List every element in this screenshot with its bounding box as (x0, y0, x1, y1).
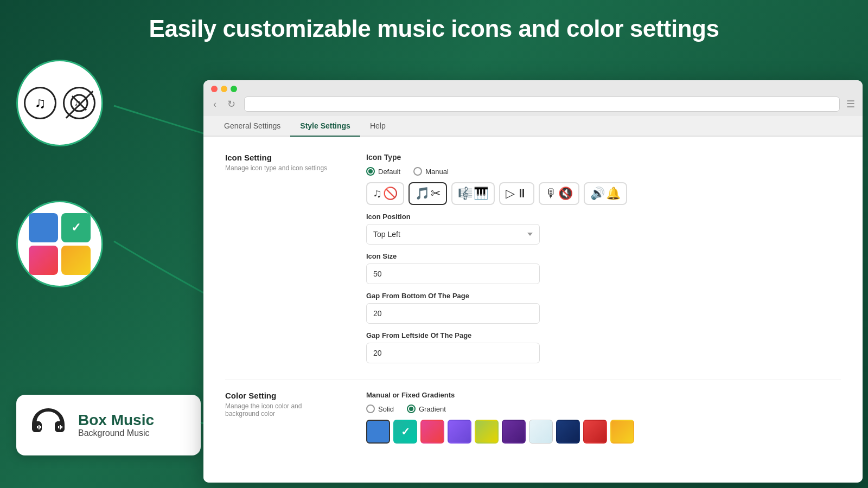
browser-toolbar: ‹ ↻ ☰ (211, 97, 855, 112)
swatch-blue (29, 213, 58, 242)
icon-set-5-muted: 🔇 (558, 187, 573, 201)
icon-setting-description: Manage icon type and icon settings (225, 164, 334, 172)
icon-sets: ♫ 🚫 🎵 ✂ 🎼 🎹 ▷ (366, 182, 841, 205)
color-btn-pink[interactable] (420, 420, 444, 444)
color-btn-dark-purple[interactable] (502, 420, 526, 444)
browser-content: Icon Setting Manage icon type and icon s… (203, 137, 863, 483)
radio-btn-gradient (407, 404, 416, 413)
browser-window: ‹ ↻ ☰ General Settings Style Settings He… (203, 80, 863, 483)
headphones-svg (29, 406, 67, 438)
swatch-yellow (61, 246, 91, 275)
music-icons-pair: ♫ ♫ (24, 87, 95, 119)
box-music-card: Box Music Background Music (16, 395, 201, 455)
color-btn-light[interactable] (529, 420, 553, 444)
icon-set-1-no: 🚫 (383, 187, 398, 201)
tab-style-settings[interactable]: Style Settings (290, 116, 360, 137)
color-btn-red[interactable] (583, 420, 607, 444)
tab-general-settings[interactable]: General Settings (214, 116, 290, 137)
browser-tabs: General Settings Style Settings Help (203, 116, 863, 137)
color-swatch-circle: ✓ (16, 201, 103, 287)
dot-red[interactable] (211, 86, 218, 92)
color-setting-section: Color Setting Manage the icon color and … (225, 391, 841, 444)
main-title: Easily customizable music icons and colo… (0, 15, 868, 42)
color-swatches-row: ✓ (366, 420, 841, 444)
menu-icon[interactable]: ☰ (846, 98, 855, 110)
icon-set-4[interactable]: ▷ ⏸ (499, 182, 534, 205)
gap-bottom-input[interactable] (366, 303, 540, 324)
color-btn-dark-blue[interactable] (556, 420, 580, 444)
gap-left-field-label: Gap From Leftside Of The Page (366, 331, 841, 339)
icon-set-4-play: ▷ (506, 187, 515, 201)
icon-set-6-mute: 🔔 (606, 187, 621, 201)
music-note-icon: ♫ (24, 87, 56, 119)
gradient-label: Manual or Fixed Gradients (366, 391, 841, 399)
radio-gradient-label: Gradient (419, 405, 446, 413)
icon-setting-section: Icon Setting Manage icon type and icon s… (225, 153, 841, 363)
radio-btn-solid (366, 404, 375, 413)
radio-default-label: Default (378, 168, 400, 176)
swatch-teal: ✓ (61, 213, 91, 242)
box-music-text: Box Music Background Music (78, 412, 154, 439)
icon-position-select[interactable]: Top Left Top Right Bottom Left Bottom Ri… (366, 224, 540, 245)
color-setting-heading: Color Setting (225, 391, 334, 400)
icon-set-1-note: ♫ (373, 187, 382, 201)
gap-bottom-field-label: Gap From Bottom Of The Page (366, 292, 841, 300)
radio-btn-default (366, 167, 375, 176)
icon-size-input[interactable] (366, 264, 540, 284)
back-button[interactable]: ‹ (211, 98, 219, 111)
icon-set-6[interactable]: 🔊 🔔 (584, 182, 627, 205)
color-btn-gold[interactable] (610, 420, 634, 444)
color-setting-label: Color Setting Manage the icon color and … (225, 391, 334, 444)
icon-setting-heading: Icon Setting (225, 153, 334, 162)
no-music-svg: ♫ (70, 94, 88, 112)
icon-size-field-label: Icon Size (366, 252, 841, 260)
section-divider (225, 380, 841, 380)
color-btn-teal[interactable]: ✓ (393, 420, 417, 444)
refresh-button[interactable]: ↻ (225, 97, 238, 111)
icon-set-5-mic: 🎙 (545, 187, 557, 201)
icon-set-5[interactable]: 🎙 🔇 (539, 182, 579, 205)
icon-type-radio-group: Default Manual (366, 167, 841, 176)
color-setting-description: Manage the icon color and background col… (225, 402, 334, 418)
color-btn-blue[interactable] (366, 420, 390, 444)
color-btn-purple[interactable] (448, 420, 471, 444)
icon-position-field-label: Icon Position (366, 213, 841, 221)
gap-left-input[interactable] (366, 343, 540, 363)
icon-type-label: Icon Type (366, 153, 841, 162)
color-grid: ✓ (24, 209, 95, 279)
icon-set-6-vol: 🔊 (590, 187, 605, 201)
radio-default[interactable]: Default (366, 167, 400, 176)
icon-setting-content: Icon Type Default Manual (366, 153, 841, 363)
icon-set-1[interactable]: ♫ 🚫 (366, 182, 404, 205)
icon-set-2[interactable]: 🎵 ✂ (409, 182, 447, 205)
radio-manual[interactable]: Manual (413, 167, 449, 176)
dot-green[interactable] (231, 86, 237, 92)
music-icon-circle: ♫ ♫ (16, 60, 103, 146)
radio-btn-manual (413, 167, 422, 176)
icon-set-3-b: 🎹 (474, 187, 488, 201)
headphones-icon (29, 406, 67, 445)
browser-chrome: ‹ ↻ ☰ (203, 80, 863, 116)
box-music-subtitle: Background Music (78, 428, 154, 438)
icon-set-2-cross: ✂ (431, 187, 441, 201)
address-bar[interactable] (244, 97, 840, 112)
color-btn-green-yellow[interactable] (475, 420, 499, 444)
tab-help[interactable]: Help (360, 116, 395, 137)
icon-set-4-pause: ⏸ (516, 187, 528, 201)
radio-manual-label: Manual (425, 168, 449, 176)
icon-set-3-a: 🎼 (458, 187, 473, 201)
gradient-radio-group: Solid Gradient (366, 404, 841, 413)
color-setting-content: Manual or Fixed Gradients Solid Gradient (366, 391, 841, 444)
teal-check: ✓ (401, 425, 410, 438)
radio-solid-label: Solid (378, 405, 394, 413)
box-music-title: Box Music (78, 412, 154, 429)
no-music-icon: ♫ (63, 87, 95, 119)
icon-set-3[interactable]: 🎼 🎹 (451, 182, 495, 205)
dot-yellow[interactable] (221, 86, 227, 92)
swatch-pink-red (29, 246, 58, 275)
browser-dots (211, 86, 855, 92)
radio-gradient[interactable]: Gradient (407, 404, 446, 413)
icon-setting-label: Icon Setting Manage icon type and icon s… (225, 153, 334, 363)
radio-solid[interactable]: Solid (366, 404, 394, 413)
icon-set-2-note: 🎵 (415, 187, 430, 201)
